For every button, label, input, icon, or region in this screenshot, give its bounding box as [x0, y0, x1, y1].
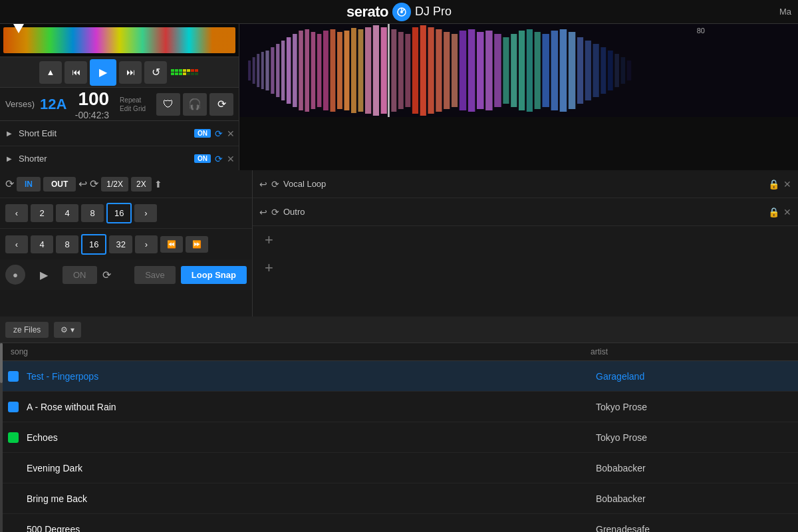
svg-rect-37 — [452, 34, 458, 107]
scroll-bar[interactable] — [0, 343, 3, 532]
svg-rect-34 — [428, 27, 434, 114]
loop-out-button[interactable]: OUT — [43, 177, 76, 192]
loop-size-next-button[interactable]: › — [134, 204, 157, 222]
sync-buttons: 🛡 🎧 ⟳ — [156, 93, 233, 116]
track-3-song: Echoes — [21, 432, 596, 443]
saved-loop-2-refresh-button[interactable]: ⟳ — [271, 207, 279, 217]
loop-size2-4-button[interactable]: 4 — [31, 235, 53, 253]
cue-2-play-button[interactable]: ▶ — [4, 154, 15, 164]
cue-2-sync-button[interactable]: ⟳ — [215, 154, 223, 164]
loop-rewind-button[interactable]: ⏪ — [160, 236, 183, 253]
svg-rect-32 — [412, 27, 418, 114]
browse-files-button[interactable]: ze Files — [5, 322, 49, 338]
track-row-2[interactable]: A - Rose without Rain Tokyo Prose — [3, 392, 798, 422]
library-header: song artist — [3, 343, 798, 361]
loop-size2-8-button[interactable]: 8 — [56, 235, 78, 253]
loop-sync-icon-button[interactable]: ⟳ — [5, 178, 14, 190]
svg-rect-9 — [265, 51, 269, 90]
edit-grid-label: Edit Grid — [120, 105, 146, 112]
loop-size-8-button[interactable]: 8 — [81, 204, 104, 222]
loop-in-button[interactable]: IN — [17, 177, 41, 192]
loop-forward-button[interactable]: ⏩ — [186, 236, 208, 253]
saved-loop-2-close-button[interactable]: ✕ — [783, 207, 791, 217]
saved-loop-row-1: ↩ ⟳ Vocal Loop 🔒 ✕ — [253, 170, 798, 198]
loop-save-button[interactable]: Save — [134, 266, 176, 284]
saved-loop-1-refresh-button[interactable]: ⟳ — [271, 179, 279, 190]
add-saved-loop-button[interactable]: + — [258, 229, 280, 251]
main-waveform: 80 — [239, 24, 798, 117]
saved-loop-1-name: Vocal Loop — [283, 179, 764, 189]
svg-rect-54 — [593, 44, 599, 97]
svg-rect-10 — [271, 47, 274, 94]
svg-rect-11 — [276, 44, 279, 97]
cue-2-name: Shorter — [19, 154, 190, 164]
dropdown-arrow-icon: ▾ — [70, 325, 74, 334]
svg-rect-7 — [257, 54, 259, 87]
track-6-artist: Grenadesafe — [596, 524, 795, 533]
loop-size-prev-button[interactable]: ‹ — [5, 204, 28, 222]
track-row-1[interactable]: Test - Fingerpops Garageland — [3, 361, 798, 392]
loop-snap-button[interactable]: Loop Snap — [181, 266, 247, 284]
playhead-marker — [13, 24, 24, 33]
loop-on-button[interactable]: ON — [63, 266, 97, 284]
song-column-header: song — [11, 347, 591, 356]
loop-back-icon-button[interactable]: ↩ — [78, 178, 87, 190]
loop-half-button[interactable]: 1/2X — [101, 177, 128, 192]
cue-1-close-button[interactable]: ✕ — [227, 128, 235, 139]
loop-size-2-button[interactable]: 2 — [31, 204, 53, 222]
saved-loop-1-sync-button[interactable]: ↩ — [259, 179, 267, 190]
loop-size-16-button[interactable]: 16 — [106, 203, 132, 223]
eject-button[interactable]: ▲ — [39, 61, 62, 84]
loop-dot-button[interactable]: ● — [5, 265, 25, 285]
add-saved-loop-button-2[interactable]: + — [258, 257, 280, 279]
loop-size-4-button[interactable]: 4 — [56, 204, 78, 222]
next-button[interactable]: ⏭ — [119, 61, 142, 84]
loop-button[interactable]: ↺ — [144, 61, 167, 84]
svg-rect-17 — [311, 32, 316, 109]
loop-refresh-icon-button[interactable]: ⟳ — [90, 178, 98, 190]
loop-size2-16-button[interactable]: 16 — [81, 234, 106, 255]
saved-loop-1-close-button[interactable]: ✕ — [783, 179, 791, 190]
track-row-6[interactable]: 500 Degrees Grenadesafe — [3, 514, 798, 532]
loop-double-button[interactable]: 2X — [131, 177, 152, 192]
headphone-button[interactable]: 🎧 — [183, 93, 207, 116]
saved-loop-2-sync-button[interactable]: ↩ — [259, 207, 267, 217]
svg-rect-36 — [444, 32, 450, 109]
sync-button[interactable]: ⟳ — [209, 93, 233, 116]
loop-play-button[interactable]: ▶ — [31, 266, 57, 284]
prev-button[interactable]: ⏮ — [65, 61, 87, 84]
loop-size2-next-button[interactable]: › — [135, 235, 158, 253]
play-button[interactable]: ▶ — [90, 59, 116, 86]
library-settings-button[interactable]: ⚙ ▾ — [54, 322, 81, 338]
track-row-4[interactable]: Evening Dark Bobabacker — [3, 453, 798, 483]
track-6-song: 500 Degrees — [21, 524, 596, 533]
vu-meter — [170, 60, 200, 85]
cue-2-close-button[interactable]: ✕ — [227, 154, 235, 164]
serato-wordmark: serato — [346, 3, 388, 21]
pitch-lock-button[interactable]: 🛡 — [156, 93, 180, 116]
svg-rect-27 — [381, 27, 387, 114]
transport-row: ▲ ⏮ ▶ ⏭ ↺ — [0, 57, 239, 88]
gear-icon: ⚙ — [61, 325, 68, 334]
cue-1-name: Short Edit — [19, 128, 190, 138]
cue-1-sync-button[interactable]: ⟳ — [215, 128, 223, 139]
svg-rect-43 — [503, 37, 509, 104]
svg-rect-39 — [468, 29, 475, 112]
loop-up-arrow-button[interactable]: ⬆ — [154, 179, 162, 190]
track-5-artist: Bobabacker — [596, 493, 795, 504]
track-5-song: Bring me Back — [21, 493, 596, 504]
loop-size2-prev-button[interactable]: ‹ — [5, 235, 28, 253]
svg-rect-24 — [358, 29, 364, 112]
track-4-artist: Bobabacker — [596, 463, 795, 473]
bpm-display: 100 — [78, 88, 109, 110]
top-bar: serato DJ Pro Ma — [0, 0, 798, 24]
loop-size2-32-button[interactable]: 32 — [109, 235, 132, 253]
svg-rect-53 — [585, 41, 591, 100]
track-row-3[interactable]: Echoes Tokyo Prose — [3, 422, 798, 453]
svg-rect-51 — [569, 32, 576, 109]
center-waveform-area: 80 — [239, 24, 798, 170]
track-row-5[interactable]: Bring me Back Bobabacker — [3, 483, 798, 514]
cue-1-play-button[interactable]: ▶ — [4, 128, 15, 139]
svg-rect-31 — [405, 34, 410, 107]
loop-sync2-button[interactable]: ⟳ — [102, 269, 111, 281]
